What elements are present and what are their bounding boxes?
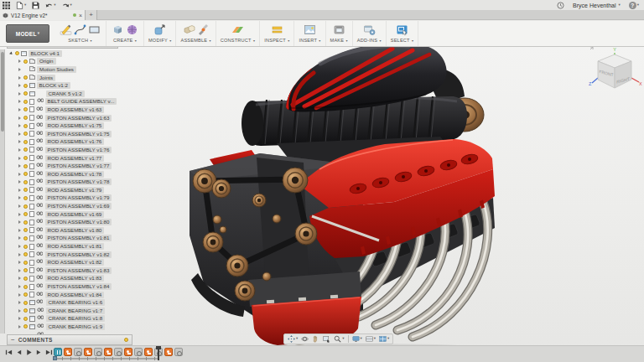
tree-item-label[interactable]: CRANK BEARING v1:8 xyxy=(46,315,106,322)
tree-row[interactable]: ROD ASSEMBLY v1:83 xyxy=(7,275,149,283)
tree-item-label[interactable]: Origin xyxy=(37,58,56,65)
measure-icon[interactable] xyxy=(271,23,283,36)
tree-row[interactable]: PISTON ASSEMBLY v1:75 xyxy=(7,130,149,138)
tree-item-label[interactable]: Joints xyxy=(37,75,55,81)
tree-item-label[interactable]: PISTON ASSEMBLY v1:79 xyxy=(45,194,112,201)
tree-item-label[interactable]: BELT GUIDE ASSEMBLY v... xyxy=(45,98,117,105)
visibility-bulb-icon[interactable] xyxy=(23,75,28,80)
job-status-icon[interactable] xyxy=(557,2,564,9)
collapse-triangle-icon[interactable] xyxy=(18,269,21,272)
visibility-bulb-icon[interactable] xyxy=(23,292,28,297)
tree-item-label[interactable]: ROD ASSEMBLY v1:75 xyxy=(45,122,105,129)
collapse-triangle-icon[interactable] xyxy=(18,140,21,143)
zoom-button[interactable]: ▾ xyxy=(332,335,345,343)
collapse-triangle-icon[interactable] xyxy=(18,132,21,136)
tree-item-label[interactable]: ROD ASSEMBLY v1:77 xyxy=(45,155,105,162)
press-pull-icon[interactable] xyxy=(153,23,166,36)
collapse-triangle-icon[interactable] xyxy=(18,236,21,240)
hand-button[interactable] xyxy=(310,335,321,343)
collapse-triangle-icon[interactable] xyxy=(18,261,21,264)
tree-item-label[interactable]: PISTON ASSEMBLY v1:77 xyxy=(45,163,112,169)
visibility-bulb-icon[interactable] xyxy=(23,116,28,120)
viewports-button[interactable]: ▾ xyxy=(377,335,391,343)
spline-icon[interactable] xyxy=(74,23,86,36)
tree-item-label[interactable]: ROD ASSEMBLY v1:63 xyxy=(45,106,105,113)
timeline-as-built-joint-icon[interactable] xyxy=(114,348,122,356)
timeline-as-built-joint-icon[interactable] xyxy=(74,348,82,356)
visibility-bulb-icon[interactable] xyxy=(23,172,28,176)
tree-item-label[interactable]: ROD ASSEMBLY v1:78 xyxy=(45,171,105,178)
tree-row[interactable]: ROD ASSEMBLY v1:80 xyxy=(7,226,149,235)
tree-item-label[interactable]: CRANK 5 v1:2 xyxy=(46,90,85,97)
collapse-triangle-icon[interactable] xyxy=(18,196,21,199)
visibility-bulb-icon[interactable] xyxy=(23,252,28,256)
toolbar-group-label[interactable]: CREATE ▾ xyxy=(113,38,137,43)
collapse-triangle-icon[interactable] xyxy=(18,253,21,256)
collapse-triangle-icon[interactable] xyxy=(18,220,21,224)
visibility-bulb-icon[interactable] xyxy=(23,301,28,305)
layout-grid-button[interactable]: ▾ xyxy=(364,335,377,343)
tree-item-label[interactable]: ROD ASSEMBLY v1:76 xyxy=(45,138,105,145)
timeline-position-marker-icon[interactable] xyxy=(54,348,62,356)
collapse-triangle-icon[interactable] xyxy=(18,108,21,111)
collapse-triangle-icon[interactable] xyxy=(18,317,21,320)
visibility-bulb-icon[interactable] xyxy=(15,51,19,55)
form-sphere-icon[interactable] xyxy=(126,23,138,36)
orbit-button[interactable] xyxy=(299,335,310,343)
tree-item-label[interactable]: PISTON ASSEMBLY v1:81 xyxy=(45,235,112,241)
tree-row[interactable]: PISTON ASSEMBLY v1:83 xyxy=(7,266,149,275)
tree-item-label[interactable]: BLOCK v1:2 xyxy=(37,82,70,89)
collapse-triangle-icon[interactable] xyxy=(18,124,21,127)
visibility-bulb-icon[interactable] xyxy=(23,285,28,289)
tree-item-label[interactable]: CRANK BEARING v1:9 xyxy=(46,323,106,330)
tree-row[interactable]: PISTON ASSEMBLY v1:79 xyxy=(7,194,149,203)
tree-row[interactable]: CRANK BEARING v1:8 xyxy=(7,315,149,323)
timeline-as-built-joint-icon[interactable] xyxy=(134,348,143,356)
tree-item-label[interactable]: ROD ASSEMBLY v1:82 xyxy=(45,259,105,266)
collapse-triangle-icon[interactable] xyxy=(18,148,21,152)
tree-row[interactable]: ROD ASSEMBLY v1:77 xyxy=(7,154,149,163)
tree-item-label[interactable]: PISTON ASSEMBLY v1:83 xyxy=(45,267,112,274)
timeline-as-built-joint-icon[interactable] xyxy=(94,348,102,356)
workspace-switcher[interactable]: MODEL ▾ xyxy=(6,24,49,43)
visibility-bulb-icon[interactable] xyxy=(23,317,28,321)
tree-row[interactable]: Motion Studies xyxy=(7,65,149,74)
visibility-bulb-icon[interactable] xyxy=(23,180,28,184)
add-ins-icon[interactable] xyxy=(363,23,376,36)
close-icon[interactable]: × xyxy=(79,13,82,18)
tree-row[interactable]: ROD ASSEMBLY v1:76 xyxy=(7,138,149,147)
select-icon[interactable] xyxy=(396,23,408,36)
step-back-button[interactable] xyxy=(15,349,23,356)
timeline-joint-icon[interactable] xyxy=(144,348,153,356)
rectangle-icon[interactable] xyxy=(88,23,101,36)
document-tab[interactable]: V12 Engine v2* × xyxy=(0,10,86,20)
visibility-bulb-icon[interactable] xyxy=(23,156,28,160)
tree-row[interactable]: BLOCK v1:2 xyxy=(7,81,149,90)
user-name[interactable]: Bryce Heventhal xyxy=(573,3,615,8)
visibility-bulb-icon[interactable] xyxy=(23,147,28,152)
new-tab-button[interactable]: + xyxy=(86,10,97,20)
construction-plane-icon[interactable] xyxy=(231,23,244,36)
tree-row[interactable]: ROD ASSEMBLY v1:79 xyxy=(7,186,149,194)
tree-row[interactable]: ROD ASSEMBLY v1:78 xyxy=(7,170,149,178)
visibility-bulb-icon[interactable] xyxy=(23,268,28,272)
tree-row[interactable]: ROD ASSEMBLY v1:75 xyxy=(7,122,149,130)
tree-item-label[interactable]: ROD ASSEMBLY v1:83 xyxy=(45,275,105,282)
collapse-triangle-icon[interactable] xyxy=(18,245,21,248)
collapse-triangle-icon[interactable] xyxy=(18,180,21,184)
toolbar-group-label[interactable]: ASSEMBLE ▾ xyxy=(180,38,210,43)
joint-icon[interactable] xyxy=(197,23,210,36)
tree-row[interactable]: CRANK BEARING v1:7 xyxy=(7,307,149,315)
visibility-bulb-icon[interactable] xyxy=(23,84,28,88)
tree-row[interactable]: PISTON ASSEMBLY v1:69 xyxy=(7,202,149,210)
visibility-bulb-icon[interactable] xyxy=(23,59,28,64)
tree-row[interactable]: ROD ASSEMBLY v1:63 xyxy=(7,106,149,114)
tree-row[interactable]: PISTON ASSEMBLY v1:76 xyxy=(7,146,149,154)
visibility-bulb-icon[interactable] xyxy=(23,277,28,281)
go-to-end-button[interactable] xyxy=(45,349,53,356)
data-panel-button[interactable] xyxy=(3,2,10,9)
tree-row[interactable]: CRANK BEARING v1:9 xyxy=(7,323,149,331)
visibility-bulb-icon[interactable] xyxy=(23,91,28,96)
tree-row[interactable]: ROD ASSEMBLY v1:84 xyxy=(7,291,149,299)
timeline-as-built-joint-icon[interactable] xyxy=(174,348,183,356)
